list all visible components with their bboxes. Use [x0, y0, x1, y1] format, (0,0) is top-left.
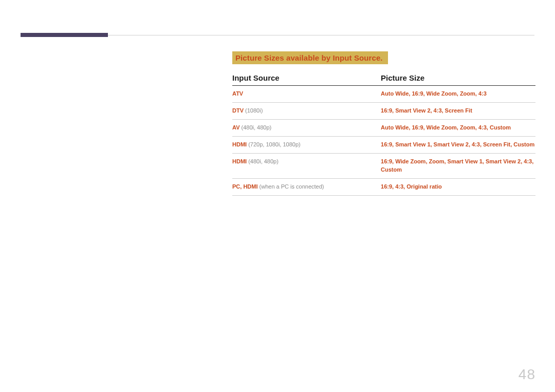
table-header-row: Input Source Picture Size [232, 73, 535, 86]
header-input-source: Input Source [232, 73, 381, 82]
source-note: (480i, 480p) [239, 124, 271, 130]
table-row: HDMI (720p, 1080i, 1080p) 16:9, Smart Vi… [232, 137, 535, 154]
source-name: AV [232, 124, 239, 130]
table-row: PC, HDMI (when a PC is connected) 16:9, … [232, 179, 535, 196]
cell-picture-size: Auto Wide, 16:9, Wide Zoom, Zoom, 4:3 [381, 90, 535, 98]
source-name: DTV [232, 107, 244, 114]
source-name: ATV [232, 90, 243, 97]
source-note: (480i, 480p) [247, 158, 279, 164]
table-row: ATV Auto Wide, 16:9, Wide Zoom, Zoom, 4:… [232, 86, 535, 103]
cell-picture-size: 16:9, 4:3, Original ratio [381, 183, 535, 191]
cell-picture-size: Auto Wide, 16:9, Wide Zoom, Zoom, 4:3, C… [381, 124, 535, 132]
cell-picture-size: 16:9, Smart View 1, Smart View 2, 4:3, S… [381, 141, 535, 149]
cell-input-source: HDMI (480i, 480p) [232, 158, 381, 166]
page-number: 48 [519, 366, 535, 383]
cell-picture-size: 16:9, Wide Zoom, Zoom, Smart View 1, Sma… [381, 158, 535, 174]
table-row: HDMI (480i, 480p) 16:9, Wide Zoom, Zoom,… [232, 154, 535, 179]
source-name: PC, HDMI [232, 183, 258, 190]
source-note: (720p, 1080i, 1080p) [247, 141, 301, 147]
source-name: HDMI [232, 158, 247, 164]
cell-picture-size: 16:9, Smart View 2, 4:3, Screen Fit [381, 107, 535, 115]
cell-input-source: DTV (1080i) [232, 107, 381, 115]
source-name: HDMI [232, 141, 247, 147]
main-content: Picture Sizes available by Input Source.… [232, 51, 535, 196]
cell-input-source: AV (480i, 480p) [232, 124, 381, 132]
sizes-table: Input Source Picture Size ATV Auto Wide,… [232, 73, 535, 196]
section-title: Picture Sizes available by Input Source. [232, 51, 388, 64]
table-row: AV (480i, 480p) Auto Wide, 16:9, Wide Zo… [232, 120, 535, 137]
source-note: (1080i) [244, 107, 263, 114]
accent-bar [21, 33, 108, 37]
cell-input-source: HDMI (720p, 1080i, 1080p) [232, 141, 381, 149]
header-picture-size: Picture Size [381, 73, 535, 82]
table-row: DTV (1080i) 16:9, Smart View 2, 4:3, Scr… [232, 103, 535, 120]
cell-input-source: ATV [232, 90, 381, 98]
cell-input-source: PC, HDMI (when a PC is connected) [232, 183, 381, 191]
source-note: (when a PC is connected) [258, 183, 324, 190]
